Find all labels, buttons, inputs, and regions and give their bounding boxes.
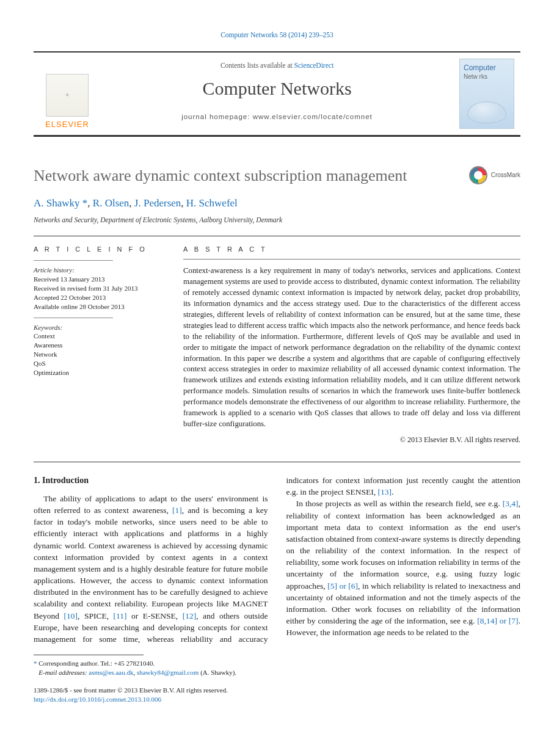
citation-link[interactable]: [1] bbox=[172, 506, 182, 515]
author-link[interactable]: J. Pedersen bbox=[134, 197, 181, 209]
journal-homepage: journal homepage: www.elsevier.com/locat… bbox=[106, 112, 448, 122]
citation-link[interactable]: [10] bbox=[64, 611, 78, 620]
elsevier-tree-icon: ✦ bbox=[46, 74, 89, 117]
text-run: , SPICE, bbox=[78, 611, 114, 620]
text-run: , reliability of context information has… bbox=[286, 499, 521, 590]
divider bbox=[34, 260, 113, 261]
star-icon: * bbox=[34, 660, 37, 667]
issn-line: 1389-1286/$ - see front matter © 2013 El… bbox=[34, 686, 228, 694]
keyword: Awareness bbox=[34, 341, 165, 350]
footnote-divider bbox=[34, 655, 144, 655]
cover-title: Computer bbox=[464, 63, 510, 73]
author-link[interactable]: A. Shawky bbox=[34, 197, 80, 209]
citation-link[interactable]: [12] bbox=[183, 611, 197, 620]
text-run: . bbox=[392, 487, 393, 496]
body-paragraph: In those projects as well as within the … bbox=[286, 498, 521, 638]
keyword: Context bbox=[34, 332, 165, 341]
homepage-url[interactable]: www.elsevier.com/locate/comnet bbox=[253, 113, 373, 120]
author-link[interactable]: H. Schwefel bbox=[186, 197, 238, 209]
history-received: Received 13 January 2013 bbox=[34, 275, 165, 284]
journal-citation: Computer Networks 58 (2014) 239–253 bbox=[34, 31, 520, 40]
abstract-heading: A B S T R A C T bbox=[183, 245, 520, 254]
text-run: or E-SENSE, bbox=[127, 611, 183, 620]
email-tail: (A. Shawky). bbox=[199, 669, 236, 676]
sep: , bbox=[129, 197, 134, 209]
abstract-text: Context-awareness is a key requirement i… bbox=[183, 266, 520, 430]
body-columns: 1. Introduction The ability of applicati… bbox=[34, 474, 520, 645]
citation-link[interactable]: [13] bbox=[377, 487, 392, 496]
crossmark-widget[interactable]: CrossMark bbox=[469, 166, 520, 184]
email-link[interactable]: asms@es.aau.dk bbox=[89, 669, 133, 676]
citation-link[interactable]: [3,4] bbox=[503, 499, 519, 508]
journal-header: ✦ ELSEVIER Contents lists available at S… bbox=[34, 51, 520, 137]
cover-subtitle: Netw rks bbox=[464, 73, 510, 81]
contents-available-line: Contents lists available at ScienceDirec… bbox=[106, 61, 448, 71]
keyword: Network bbox=[34, 350, 165, 359]
journal-name: Computer Networks bbox=[106, 76, 448, 101]
email-label: E-mail addresses: bbox=[38, 669, 87, 676]
email-link[interactable]: shawky84@gmail.com bbox=[137, 669, 199, 676]
history-heading: Article history: bbox=[34, 266, 165, 275]
sep: , bbox=[181, 197, 186, 209]
homepage-prefix: journal homepage: bbox=[181, 113, 252, 120]
corresponding-footnote: * Corresponding author. Tel.: +45 278210… bbox=[34, 659, 520, 677]
crossmark-label: CrossMark bbox=[491, 171, 520, 180]
copyright-line: © 2013 Elsevier B.V. All rights reserved… bbox=[183, 435, 520, 445]
section-heading: 1. Introduction bbox=[34, 474, 268, 487]
globe-icon bbox=[467, 101, 506, 123]
article-info-heading: A R T I C L E I N F O bbox=[34, 245, 165, 254]
text-run: In those projects as well as within the … bbox=[296, 499, 503, 508]
keywords-heading: Keywords: bbox=[34, 323, 165, 332]
journal-cover-thumb: Computer Netw rks bbox=[459, 59, 514, 129]
divider bbox=[34, 236, 520, 236]
author-list: A. Shawky *, R. Olsen, J. Pedersen, H. S… bbox=[34, 197, 520, 211]
author-link[interactable]: R. Olsen bbox=[93, 197, 129, 209]
article-info-column: A R T I C L E I N F O Article history: R… bbox=[34, 245, 165, 445]
citation-link[interactable]: [8,14] or [7] bbox=[477, 616, 518, 625]
divider bbox=[183, 259, 520, 260]
history-revised: Received in revised form 31 July 2013 bbox=[34, 284, 165, 293]
text-run: , and is becoming a key factor in today'… bbox=[34, 506, 268, 620]
divider bbox=[34, 462, 520, 462]
contents-prefix: Contents lists available at bbox=[221, 62, 294, 69]
keyword: QoS bbox=[34, 359, 165, 368]
history-accepted: Accepted 22 October 2013 bbox=[34, 293, 165, 302]
corr-author-line: Corresponding author. Tel.: +45 27821040… bbox=[38, 660, 155, 667]
divider bbox=[34, 318, 113, 318]
article-title: Network aware dynamic context subscripti… bbox=[34, 166, 469, 186]
doi-link[interactable]: http://dx.doi.org/10.1016/j.comnet.2013.… bbox=[34, 696, 161, 703]
publisher-name: ELSEVIER bbox=[45, 119, 89, 130]
footer-meta: 1389-1286/$ - see front matter © 2013 El… bbox=[34, 686, 520, 705]
citation-link[interactable]: [5] or [6] bbox=[327, 581, 358, 591]
citation-link[interactable]: [11] bbox=[114, 611, 127, 620]
sciencedirect-link[interactable]: ScienceDirect bbox=[294, 62, 334, 69]
history-online: Available online 28 October 2013 bbox=[34, 302, 165, 311]
keyword: Optimization bbox=[34, 368, 165, 377]
publisher-block: ✦ ELSEVIER bbox=[34, 53, 101, 135]
sep: , bbox=[87, 197, 93, 209]
crossmark-icon bbox=[469, 166, 487, 184]
affiliation: Networks and Security, Department of Ele… bbox=[34, 216, 520, 225]
